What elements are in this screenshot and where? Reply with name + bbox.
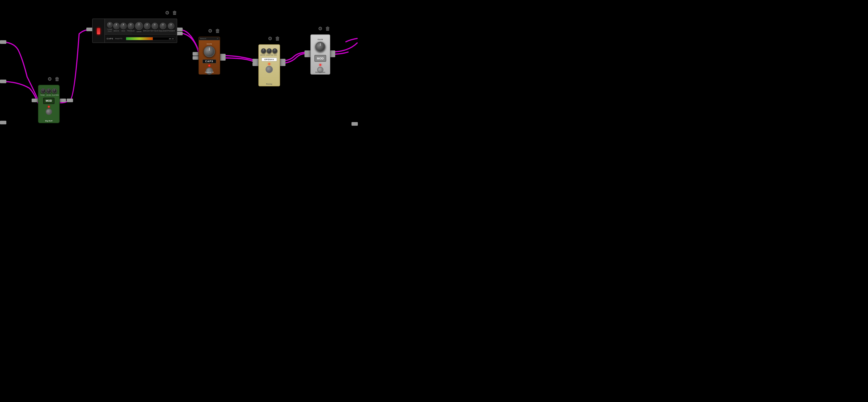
bigmuff-mod-button[interactable]: MOD	[43, 98, 55, 104]
caps-cabinet-trash-icon[interactable]: 🗑	[215, 28, 220, 34]
ampvts-gain-group: GAIN	[135, 22, 143, 33]
svg-rect-6	[86, 28, 93, 31]
bigmuff-toolbar: ⚙ 🗑	[48, 76, 60, 82]
stereo-gain-mod-button[interactable]: MOD	[314, 55, 326, 62]
bigmuff-footswitch[interactable]	[46, 109, 52, 115]
bigmuff-knobs-row	[38, 85, 59, 94]
openav-roomy-damping-knob[interactable]	[267, 49, 272, 53]
ampvts-lowcut-knob[interactable]	[107, 22, 113, 28]
bigmuff-level-label: LEVEL	[46, 94, 52, 96]
svg-rect-4	[60, 99, 66, 102]
caps-cabinet-toolbar: ⚙ 🗑	[208, 28, 220, 34]
ampvts-trash-icon[interactable]: 🗑	[172, 10, 177, 16]
bigmuff-gear-icon[interactable]: ⚙	[48, 76, 52, 82]
svg-rect-8	[176, 32, 183, 35]
ampvts-bright-label: BRIGHT	[143, 30, 151, 32]
caps-cabinet-close-icon[interactable]: ✕	[217, 37, 218, 39]
openav-roomy-mix-label: MIX	[272, 54, 279, 56]
ampvts-squash-group: SQUASH	[159, 23, 167, 32]
cable-canvas	[0, 0, 868, 402]
caps-cabinet-gear-icon[interactable]: ⚙	[208, 28, 213, 34]
openav-roomy-name-label: Roomy	[259, 83, 280, 85]
bigmuff-tone-knob[interactable]	[41, 88, 46, 93]
stereo-gain-toolbar: ⚙ 🗑	[318, 26, 330, 32]
stereo-gain-label: GAIN	[318, 38, 323, 40]
ampvts-mesh	[105, 28, 132, 35]
openav-roomy-trash-icon[interactable]: 🗑	[275, 36, 280, 41]
openav-roomy-led	[268, 63, 270, 65]
svg-rect-7	[176, 28, 183, 31]
ampvts-squash-label: SQUASH	[159, 30, 167, 32]
caps-cabinet-led	[209, 65, 210, 66]
ampvts-power-section	[93, 19, 105, 43]
caps-cabinet-gain-section: GAIN	[199, 40, 220, 58]
openav-roomy-plugin: ⚙ 🗑 DECAY DAMPING MIX OPENAV Roomy	[258, 44, 280, 86]
caps-cabinet-gain-knob[interactable]	[204, 46, 215, 57]
stereo-gain-led	[319, 64, 321, 66]
openav-roomy-knobs-row	[259, 45, 280, 54]
ampvts-meter: AK 20	[126, 37, 175, 40]
ampvts-gain-knob[interactable]	[135, 22, 143, 30]
bigmuff-body: TONE LEVEL SUSTAIN MOD Big Muff	[38, 85, 60, 123]
caps-cabinet-gain-label: GAIN	[207, 43, 212, 45]
svg-rect-14	[252, 62, 259, 66]
stereo-gain-gear-icon[interactable]: ⚙	[318, 26, 322, 32]
stereo-gain-body: GAIN MOD Stereo Gain	[310, 34, 330, 74]
ampvts-toolbar: ⚙ 🗑	[165, 10, 177, 16]
ampvts-model-label: AmpVTS	[115, 37, 122, 39]
ampvts-meter-fill	[126, 37, 153, 40]
svg-rect-0	[0, 80, 6, 83]
openav-roomy-labels-row: DECAY DAMPING MIX	[259, 54, 280, 56]
ampvts-bright-group: BRIGHT	[143, 23, 151, 32]
svg-rect-1	[0, 40, 6, 44]
caps-cabinet-body: Bonus A ✕ GAIN CAPS Cabinet IV	[198, 37, 220, 74]
svg-rect-21	[351, 122, 358, 126]
openav-roomy-decay-knob[interactable]	[261, 49, 266, 53]
ampvts-gain-label: GAIN	[136, 31, 142, 33]
svg-rect-12	[219, 57, 225, 61]
svg-rect-10	[193, 56, 199, 60]
openav-roomy-body: DECAY DAMPING MIX OPENAV Roomy	[258, 44, 280, 86]
openav-roomy-footswitch[interactable]	[266, 66, 273, 73]
ampvts-bright-knob[interactable]	[144, 23, 151, 29]
bigmuff-labels-row: TONE LEVEL SUSTAIN	[38, 94, 59, 96]
stereo-gain-knob[interactable]	[315, 42, 325, 52]
bigmuff-name-label: Big Muff	[38, 120, 59, 122]
svg-rect-3	[32, 99, 38, 102]
bigmuff-plugin: ⚙ 🗑 TONE LEVEL SUSTAIN MOD Big Muff	[38, 85, 60, 123]
ampvts-squash-knob[interactable]	[160, 23, 166, 29]
svg-rect-11	[219, 54, 225, 57]
caps-cabinet-name-label: Cabinet IV	[199, 71, 220, 73]
ampvts-body: LOWCUT BASS MID TREBLE GAIN BRIGHT	[92, 19, 177, 43]
svg-rect-16	[279, 62, 285, 66]
ampvts-power-led	[97, 28, 100, 34]
ampvts-attack-label: ATTACK	[151, 30, 158, 32]
bigmuff-level-knob[interactable]	[46, 88, 51, 93]
ampvts-brand-label: CAPS	[107, 37, 113, 40]
svg-rect-18	[305, 54, 311, 57]
svg-rect-2	[0, 121, 6, 124]
svg-rect-5	[67, 99, 73, 102]
openav-roomy-damping-label: DAMPING	[266, 54, 272, 56]
openav-roomy-brand-badge: OPENAV	[261, 58, 277, 61]
ampvts-power-knob[interactable]	[168, 23, 175, 29]
bigmuff-sustain-label: SUSTAIN	[52, 94, 58, 96]
bigmuff-trash-icon[interactable]: 🗑	[55, 76, 60, 82]
ampvts-gear-icon[interactable]: ⚙	[165, 10, 169, 16]
ampvts-power-label: POWER	[167, 30, 175, 32]
ampvts-attack-knob[interactable]	[151, 23, 158, 29]
bigmuff-sustain-knob[interactable]	[52, 88, 57, 93]
bigmuff-tone-label: TONE	[39, 94, 46, 96]
openav-roomy-decay-label: DECAY	[260, 54, 266, 56]
caps-cabinet-plugin: ⚙ 🗑 Bonus A ✕ GAIN CAPS Cabinet IV	[198, 37, 220, 74]
openav-roomy-mix-knob[interactable]	[272, 49, 277, 53]
caps-cabinet-footswitch[interactable]	[206, 67, 213, 74]
caps-cabinet-header-text: Bonus A	[200, 38, 206, 39]
stereo-gain-trash-icon[interactable]: 🗑	[325, 26, 330, 32]
svg-rect-9	[193, 52, 199, 56]
svg-rect-13	[252, 59, 259, 62]
caps-cabinet-header: Bonus A ✕	[199, 37, 220, 40]
ampvts-attack-group: ATTACK	[151, 23, 158, 32]
openav-roomy-toolbar: ⚙ 🗑	[268, 36, 280, 41]
openav-roomy-gear-icon[interactable]: ⚙	[268, 36, 272, 41]
